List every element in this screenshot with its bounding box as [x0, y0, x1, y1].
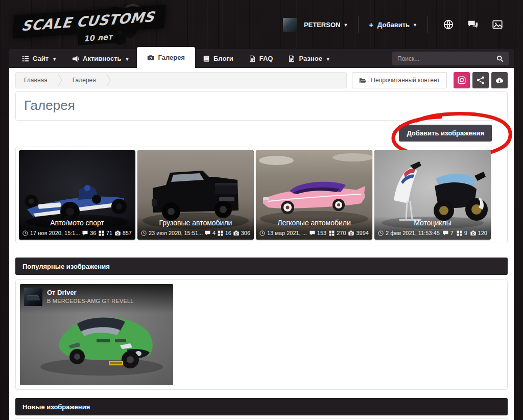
add-images-button[interactable]: Добавить изображения — [399, 125, 492, 142]
site-header: SCALE CUSTOMS 10 лет PETERSON ▼ + Добави… — [0, 0, 523, 49]
category-card-motorsport[interactable]: Авто/мото спорт 17 ноя 2020, 15:1... 36 … — [19, 150, 135, 240]
megaphone-icon — [72, 55, 79, 62]
nav-wrap: Сайт ▼ Активность ▼ Галерея Блоги FAQ Ра… — [9, 49, 514, 68]
images-stat: 3994 — [348, 230, 368, 236]
popular-image-author[interactable]: От Driver — [47, 289, 134, 296]
tab-gallery[interactable]: Галерея — [137, 47, 195, 68]
caret-down-icon: ▼ — [326, 57, 330, 62]
logo-title: SCALE CUSTOMS — [20, 9, 155, 34]
category-albums-panel: Авто/мото спорт 17 ноя 2020, 15:1... 36 … — [15, 147, 508, 243]
add-menu[interactable]: + Добавить ▼ — [367, 17, 419, 32]
unread-content-button[interactable]: Непрочитанный контент — [352, 72, 447, 88]
photo-count-icon — [348, 230, 354, 236]
share-button[interactable] — [472, 72, 489, 88]
category-title: Грузовые автомобили — [141, 219, 250, 227]
camera-icon — [147, 54, 154, 61]
tab-activity[interactable]: Активность ▼ — [64, 49, 137, 68]
comment-icon — [82, 230, 88, 236]
section-new-label: Новые изображения — [22, 403, 90, 411]
grid-icon — [329, 230, 335, 236]
caret-down-icon: ▼ — [52, 57, 57, 62]
grid-icon — [99, 230, 104, 236]
clock-icon — [378, 230, 384, 236]
category-title: Мотоциклы — [378, 219, 487, 227]
user-menu[interactable]: PETERSON ▼ — [302, 18, 350, 32]
popular-images-panel: От Driver В MERCEDES-AMG GT REVELL — [15, 279, 508, 390]
popular-image-header: От Driver В MERCEDES-AMG GT REVELL — [20, 284, 173, 313]
grid-icon — [457, 230, 462, 236]
search-box — [392, 52, 509, 65]
instagram-button[interactable] — [454, 72, 470, 88]
share-icon — [477, 76, 485, 84]
section-popular-label: Популярные изображения — [22, 263, 110, 270]
tab-label: FAQ — [259, 55, 273, 62]
tab-site[interactable]: Сайт ▼ — [14, 49, 64, 68]
cloud-download-button[interactable] — [491, 72, 508, 88]
instagram-icon — [458, 76, 466, 84]
comments-stat: 7 — [443, 230, 454, 236]
file-icon — [288, 55, 295, 62]
category-card-cars[interactable]: Легковые автомобили 13 мар 2021, ... 153… — [256, 150, 372, 240]
tab-blogs[interactable]: Блоги — [195, 49, 241, 68]
tab-label: Блоги — [213, 55, 233, 62]
category-caption: Мотоциклы 2 фев 2021, 11:53:45 7 9 120 — [374, 217, 491, 240]
list-icon — [22, 55, 29, 62]
add-images-row: Добавить изображения — [15, 125, 508, 142]
section-new-images: Новые изображения — [15, 398, 508, 415]
photo-count-icon — [115, 230, 121, 236]
tab-faq[interactable]: FAQ — [241, 49, 281, 68]
category-stats: 2 фев 2021, 11:53:45 7 9 120 — [378, 230, 487, 236]
messages-icon[interactable] — [467, 19, 479, 30]
logo-subtitle: 10 лет — [77, 31, 118, 45]
page-title: Галерея — [24, 98, 499, 113]
globe-icon[interactable] — [443, 19, 454, 30]
divider — [358, 16, 359, 33]
category-title: Авто/мото спорт — [22, 219, 132, 227]
popular-image-card[interactable]: От Driver В MERCEDES-AMG GT REVELL — [20, 284, 173, 385]
divider — [427, 16, 428, 33]
breadcrumb: Главная Галерея — [15, 72, 347, 88]
username: PETERSON — [304, 21, 341, 29]
images-stat: 857 — [115, 230, 132, 236]
tab-label: Разное — [299, 55, 322, 62]
popular-image-album[interactable]: В MERCEDES-AMG GT REVELL — [47, 298, 134, 304]
chevron-right-icon — [106, 74, 111, 87]
gallery-icon[interactable] — [492, 19, 503, 30]
date-stat: 17 ноя 2020, 15:1... — [22, 230, 80, 236]
user-avatar[interactable] — [283, 18, 297, 32]
tab-misc[interactable]: Разное ▼ — [280, 49, 338, 68]
category-card-trucks[interactable]: Грузовые автомобили 23 июл 2020, 15:51..… — [137, 150, 254, 240]
popular-image-thumb[interactable] — [24, 288, 42, 306]
category-stats: 13 мар 2021, ... 153 270 3994 — [259, 230, 369, 236]
clock-icon — [259, 230, 265, 236]
breadcrumb-gallery[interactable]: Галерея — [73, 77, 96, 84]
albums-stat: 9 — [457, 230, 467, 236]
comment-icon — [443, 230, 448, 236]
breadcrumb-home[interactable]: Главная — [24, 77, 47, 84]
comments-stat: 153 — [310, 230, 326, 236]
folder-open-icon — [359, 77, 367, 84]
images-stat: 306 — [233, 230, 250, 236]
tab-label: Активность — [83, 55, 121, 62]
plus-icon: + — [369, 20, 373, 29]
section-popular-images: Популярные изображения — [15, 258, 508, 275]
images-stat: 120 — [470, 230, 487, 236]
albums-stat: 71 — [99, 230, 112, 236]
category-stats: 23 июл 2020, 15:51... 4 16 306 — [141, 230, 250, 236]
search-button[interactable] — [491, 52, 509, 65]
albums-stat: 270 — [329, 230, 346, 236]
category-card-motorcycles[interactable]: Мотоциклы 2 фев 2021, 11:53:45 7 9 120 — [374, 150, 491, 240]
clock-icon — [22, 230, 28, 236]
search-icon — [496, 55, 504, 62]
category-title: Легковые автомобили — [259, 219, 369, 227]
date-stat: 23 июл 2020, 15:51... — [141, 230, 203, 236]
comments-stat: 36 — [82, 230, 96, 236]
book-icon — [203, 55, 210, 62]
user-area: PETERSON ▼ + Добавить ▼ — [283, 16, 510, 33]
add-menu-label: Добавить — [377, 21, 410, 29]
search-input[interactable] — [392, 55, 491, 62]
site-logo[interactable]: SCALE CUSTOMS 10 лет — [12, 4, 150, 45]
date-stat: 13 мар 2021, ... — [259, 230, 307, 236]
category-caption: Грузовые автомобили 23 июл 2020, 15:51..… — [137, 217, 254, 240]
category-caption: Легковые автомобили 13 мар 2021, ... 153… — [256, 217, 372, 240]
